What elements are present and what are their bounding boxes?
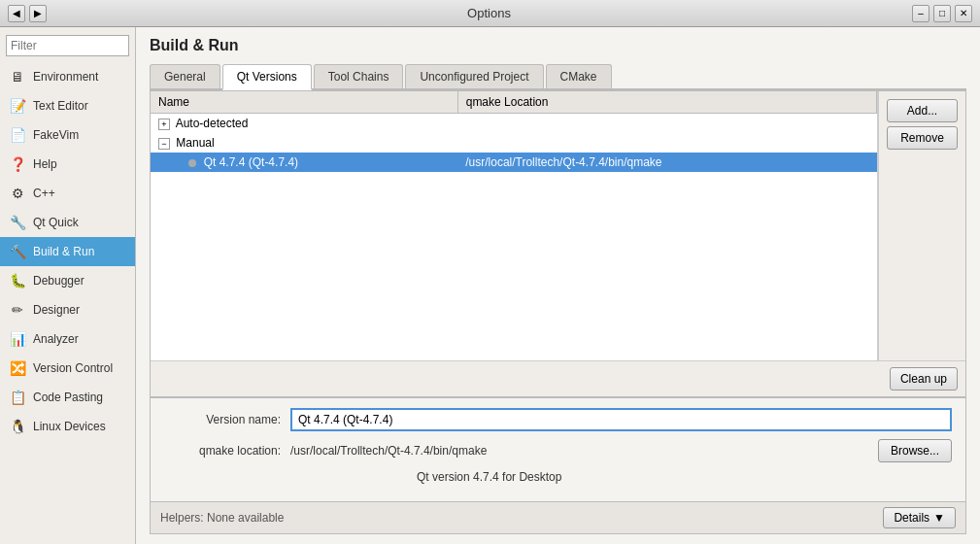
col-qmake: qmake Location: [457, 91, 876, 114]
sidebar-label-fakevim: FakeVim: [33, 128, 79, 142]
page-title: Build & Run: [150, 37, 966, 54]
sidebar-item-text-editor[interactable]: 📝 Text Editor: [0, 91, 135, 120]
help-icon: ❓: [8, 154, 27, 174]
row-qt474-name: Qt 4.7.4 (Qt-4.7.4): [151, 153, 457, 172]
details-label: Details: [894, 511, 929, 525]
tree-expand-auto[interactable]: +: [158, 119, 170, 130]
sidebar-item-environment[interactable]: 🖥 Environment: [0, 62, 135, 91]
sidebar-item-debugger[interactable]: 🐛 Debugger: [0, 266, 135, 295]
tab-tool-chains[interactable]: Tool Chains: [314, 64, 404, 88]
sidebar-item-build-run[interactable]: 🔨 Build & Run: [0, 237, 135, 266]
table-row[interactable]: + Auto-detected: [151, 114, 877, 134]
sidebar-label-qt-quick: Qt Quick: [33, 216, 79, 229]
detail-section: Version name: qmake location: /usr/local…: [151, 396, 965, 501]
table-area: Name qmake Location + Auto-detected: [151, 91, 965, 360]
sidebar-item-analyzer[interactable]: 📊 Analyzer: [0, 324, 135, 354]
helpers-bar: Helpers: None available Details ▼: [151, 501, 965, 533]
main-container: 🖥 Environment 📝 Text Editor 📄 FakeVim ❓ …: [0, 27, 980, 544]
tab-cmake[interactable]: CMake: [546, 64, 612, 88]
qmake-location-label: qmake location:: [164, 444, 290, 458]
sidebar-label-designer: Designer: [33, 303, 80, 317]
qt-version-info-row: Qt version 4.7.4 for Desktop: [164, 470, 952, 484]
sidebar-label-debugger: Debugger: [33, 274, 84, 288]
sidebar: 🖥 Environment 📝 Text Editor 📄 FakeVim ❓ …: [0, 27, 136, 544]
minimize-btn[interactable]: –: [912, 5, 929, 22]
version-name-row: Version name:: [164, 408, 952, 431]
window-title: Options: [66, 6, 912, 20]
sidebar-label-code-pasting: Code Pasting: [33, 391, 103, 404]
code-pasting-icon: 📋: [8, 388, 27, 407]
main-panel: Name qmake Location + Auto-detected: [150, 90, 966, 534]
table-buttons: Add... Remove: [878, 91, 965, 360]
sidebar-item-fakevim[interactable]: 📄 FakeVim: [0, 120, 135, 150]
nav-back-btn[interactable]: ◀: [8, 5, 25, 22]
qmake-location-value: /usr/local/Trolltech/Qt-4.7.4/bin/qmake: [290, 444, 870, 458]
sidebar-label-build-run: Build & Run: [33, 245, 94, 258]
qmake-location-row: qmake location: /usr/local/Trolltech/Qt-…: [164, 439, 952, 462]
analyzer-icon: 📊: [8, 329, 27, 349]
tab-unconfigured-project[interactable]: Unconfigured Project: [405, 64, 543, 88]
filter-input[interactable]: [6, 35, 129, 56]
linux-devices-icon: 🐧: [8, 417, 27, 436]
text-editor-icon: 📝: [8, 96, 27, 116]
sidebar-label-analyzer: Analyzer: [33, 332, 79, 346]
build-run-icon: 🔨: [8, 242, 27, 261]
sidebar-label-version-control: Version Control: [33, 361, 113, 375]
nav-forward-btn[interactable]: ▶: [29, 5, 47, 22]
table-header-row: Name qmake Location: [151, 91, 877, 114]
sidebar-item-code-pasting[interactable]: 📋 Code Pasting: [0, 383, 135, 412]
versions-table: Name qmake Location + Auto-detected: [151, 91, 877, 172]
sidebar-item-designer[interactable]: ✏ Designer: [0, 295, 135, 324]
table-row[interactable]: − Manual: [151, 133, 877, 153]
sidebar-label-linux-devices: Linux Devices: [33, 420, 106, 433]
version-control-icon: 🔀: [8, 358, 27, 378]
browse-button[interactable]: Browse...: [878, 439, 952, 462]
tab-general[interactable]: General: [150, 64, 220, 88]
qt-quick-icon: 🔧: [8, 213, 27, 232]
add-button[interactable]: Add...: [887, 99, 958, 122]
tab-bar: General Qt Versions Tool Chains Unconfig…: [150, 64, 966, 90]
close-btn[interactable]: ✕: [955, 5, 972, 22]
row-auto-detected-name: + Auto-detected: [151, 114, 457, 134]
debugger-icon: 🐛: [8, 271, 27, 290]
cleanup-button[interactable]: Clean up: [890, 367, 958, 391]
remove-button[interactable]: Remove: [887, 126, 958, 150]
details-button[interactable]: Details ▼: [883, 507, 956, 528]
sidebar-item-qt-quick[interactable]: 🔧 Qt Quick: [0, 208, 135, 237]
version-name-input[interactable]: [290, 408, 952, 431]
sidebar-label-cpp: C++: [33, 187, 55, 200]
version-name-label: Version name:: [164, 413, 290, 426]
tree-expand-manual[interactable]: −: [158, 138, 170, 150]
sidebar-item-cpp[interactable]: ⚙ C++: [0, 179, 135, 208]
filter-box: [6, 35, 129, 56]
sidebar-item-version-control[interactable]: 🔀 Version Control: [0, 354, 135, 383]
helpers-text: Helpers: None available: [160, 511, 284, 525]
sidebar-item-help[interactable]: ❓ Help: [0, 150, 135, 179]
col-name: Name: [151, 91, 457, 114]
row-manual-qmake: [457, 133, 876, 153]
environment-icon: 🖥: [8, 67, 27, 86]
details-chevron-icon: ▼: [933, 511, 945, 525]
sidebar-label-text-editor: Text Editor: [33, 99, 88, 113]
row-qt474-qmake: /usr/local/Trolltech/Qt-4.7.4/bin/qmake: [457, 153, 876, 172]
cpp-icon: ⚙: [8, 184, 27, 203]
tab-qt-versions[interactable]: Qt Versions: [222, 64, 312, 90]
fakevim-icon: 📄: [8, 125, 27, 145]
row-manual-name: − Manual: [151, 133, 457, 153]
cleanup-row: Clean up: [151, 360, 965, 396]
versions-table-container: Name qmake Location + Auto-detected: [151, 91, 878, 360]
title-bar: ◀ ▶ Options – □ ✕: [0, 0, 980, 27]
sidebar-label-help: Help: [33, 157, 57, 171]
designer-icon: ✏: [8, 300, 27, 320]
sidebar-item-linux-devices[interactable]: 🐧 Linux Devices: [0, 412, 135, 441]
row-auto-detected-qmake: [457, 114, 876, 134]
sidebar-label-environment: Environment: [33, 70, 98, 84]
qt-version-info: Qt version 4.7.4 for Desktop: [417, 470, 561, 484]
content-area: Build & Run General Qt Versions Tool Cha…: [136, 27, 980, 544]
tree-leaf-dot: [188, 159, 196, 167]
table-row[interactable]: Qt 4.7.4 (Qt-4.7.4) /usr/local/Trolltech…: [151, 153, 877, 172]
maximize-btn[interactable]: □: [933, 5, 951, 22]
